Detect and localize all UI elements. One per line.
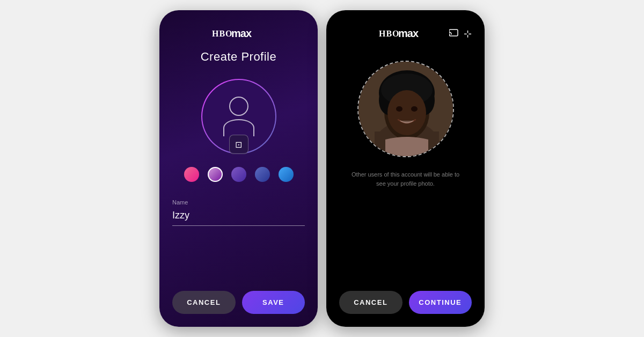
name-label: Name [172,199,305,206]
color-dot-indigo[interactable] [255,167,270,182]
avatar-body [223,119,254,136]
color-dot-purple-selected[interactable] [208,167,223,182]
avatar-icon [223,97,254,136]
svg-point-16 [396,106,402,112]
camera-icon: ⊡ [235,140,242,150]
svg-text:HBO: HBO [212,29,233,38]
right-phone: HBO max ⊹ [326,10,485,327]
svg-point-15 [387,90,426,135]
left-screen: HBO max Create Profile ⊡ [159,10,318,327]
left-phone: HBO max Create Profile ⊡ [159,10,318,327]
avatar-container[interactable]: ⊡ [201,79,276,154]
svg-text:HBO: HBO [379,29,400,38]
cancel-button-left[interactable]: CANCEL [172,291,236,314]
right-bottom-buttons: CANCEL CONTINUE [339,291,472,314]
photo-info-text: Other users of this account will be able… [339,170,472,188]
logo-svg-left: HBO max [212,27,266,39]
svg-text:max: max [231,27,252,39]
camera-button[interactable]: ⊡ [229,135,248,154]
color-palette [184,167,294,182]
person-svg [358,62,454,157]
svg-line-5 [459,27,461,30]
save-button[interactable]: SAVE [242,291,305,314]
cast-svg [449,27,461,37]
person-image [358,62,453,156]
right-screen: HBO max ⊹ [326,10,485,327]
profile-photo[interactable] [357,61,454,157]
name-field-container: Name [172,199,305,226]
color-dot-blue[interactable] [279,167,294,182]
hbo-max-logo-right: HBO max [379,27,433,39]
create-profile-title: Create Profile [201,50,277,64]
continue-button[interactable]: CONTINUE [409,291,472,314]
left-bottom-buttons: CANCEL SAVE [172,291,305,314]
cast-icon[interactable]: ⊹ [449,27,472,40]
color-dot-pink[interactable] [184,167,199,182]
hbo-max-logo-left: HBO max [212,27,266,39]
color-dot-deep-purple[interactable] [231,167,246,182]
screens-container: HBO max Create Profile ⊡ [159,10,485,327]
avatar-head [229,97,248,116]
svg-point-17 [411,106,418,112]
cancel-button-right[interactable]: CANCEL [339,291,402,314]
logo-svg-right: HBO max [379,27,433,39]
svg-text:max: max [398,27,419,39]
name-input[interactable] [172,208,305,226]
right-header: HBO max ⊹ [339,27,472,39]
